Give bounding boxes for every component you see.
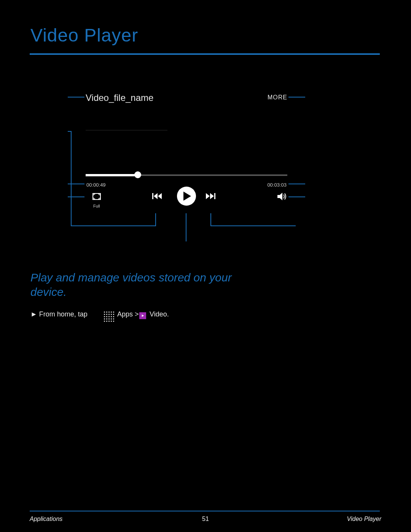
callout-line <box>68 197 84 197</box>
apps-icon <box>104 312 114 321</box>
callout-line <box>68 184 84 184</box>
play-button[interactable] <box>177 187 196 206</box>
callout-line <box>288 184 305 184</box>
callout-line <box>155 213 156 226</box>
more-button[interactable]: MORE <box>268 94 287 101</box>
svg-marker-3 <box>158 193 162 199</box>
callout-line <box>210 225 296 226</box>
previous-icon[interactable] <box>152 192 162 200</box>
svg-marker-2 <box>154 193 158 199</box>
svg-marker-4 <box>183 192 191 201</box>
fullscreen-icon[interactable] <box>92 193 101 200</box>
progress-thumb[interactable] <box>134 171 141 178</box>
callout-line <box>71 225 156 226</box>
svg-marker-5 <box>206 193 210 199</box>
tagline: Play and manage videos stored on your de… <box>30 270 259 299</box>
callout-line <box>295 225 296 226</box>
callout-line <box>210 213 211 226</box>
svg-marker-9 <box>142 315 144 317</box>
callout-line <box>186 213 186 241</box>
next-icon[interactable] <box>206 192 215 200</box>
title-underline <box>30 53 380 55</box>
video-app-icon <box>139 312 146 319</box>
callout-line <box>68 97 84 97</box>
progress-fill <box>86 174 137 176</box>
fullscreen-label: Full <box>93 204 100 208</box>
apps-label: Apps > <box>117 310 139 318</box>
page-title: Video Player <box>30 25 138 46</box>
footer-page-number: 51 <box>202 516 209 522</box>
time-total: 00:03:03 <box>267 182 287 188</box>
video-file-name: Video_file_name <box>86 93 153 103</box>
time-elapsed: 00:00:49 <box>86 182 106 188</box>
svg-marker-8 <box>277 193 282 200</box>
svg-rect-1 <box>152 193 153 199</box>
callout-line <box>288 97 305 97</box>
svg-marker-6 <box>210 193 214 199</box>
svg-rect-7 <box>214 193 215 199</box>
decorative-line <box>86 130 167 131</box>
footer-divider <box>30 511 380 511</box>
instruction-prefix: ► From home, tap <box>30 310 88 318</box>
video-app-label: Video. <box>150 310 169 318</box>
footer-topic: Video Player <box>347 516 381 522</box>
footer-section: Applications <box>30 516 62 522</box>
callout-line <box>288 197 305 197</box>
callout-line <box>71 131 72 226</box>
volume-icon[interactable] <box>277 192 287 201</box>
video-player-screenshot: Video_file_name MORE 00:00:49 00:03:03 F… <box>86 89 287 213</box>
